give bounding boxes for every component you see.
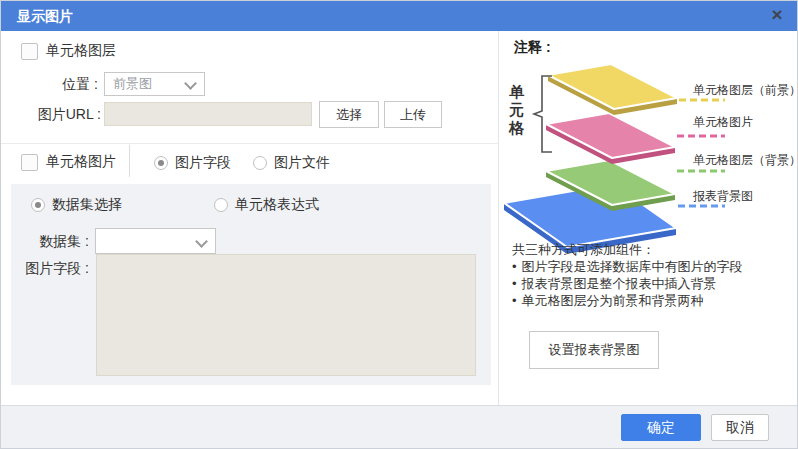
radio-image-file[interactable]: 图片文件 (253, 154, 330, 172)
position-label: 位置 : (1, 72, 98, 96)
vertical-divider (129, 145, 130, 177)
cell-bracket (534, 76, 552, 152)
horizontal-divider (1, 143, 498, 144)
radio-image-field-label: 图片字段 (175, 154, 231, 172)
layers-diagram: 单 元 格 单元格图层（前景） 单元格图片 单元格图层（背景） 报表背景图 (499, 53, 798, 253)
upload-button[interactable]: 上传 (384, 101, 442, 128)
image-field-label: 图片字段 : (11, 256, 89, 280)
position-select[interactable]: 前景图 (104, 72, 205, 96)
cell-image-label: 单元格图片 (46, 153, 116, 171)
cell-image-checkbox[interactable] (21, 154, 38, 171)
dialog-title: 显示图片 (17, 1, 73, 31)
bracket-char: 格 (508, 119, 525, 136)
image-field-textarea[interactable] (96, 254, 476, 376)
radio-dataset-select[interactable]: 数据集选择 (31, 196, 122, 214)
radio-image-field[interactable]: 图片字段 (154, 154, 231, 172)
layer-label-foreground: 单元格图层（前景） (693, 83, 798, 97)
dataset-label: 数据集 : (11, 228, 89, 254)
annotation-panel: 注释 : 单 元 格 单元格图层（前景） (499, 31, 798, 405)
dataset-select[interactable] (95, 228, 216, 254)
tip-item: • 报表背景图是整个报表中插入背景 (512, 275, 794, 292)
radio-cell-expression[interactable]: 单元格表达式 (214, 196, 319, 214)
radio-image-field-dot[interactable] (154, 156, 168, 170)
image-url-label: 图片URL : (1, 101, 101, 128)
close-icon[interactable]: × (763, 1, 791, 31)
cell-layer-checkbox-row: 单元格图层 (21, 42, 116, 60)
bullet-icon: • (512, 258, 517, 275)
display-image-dialog: 显示图片 × 单元格图层 位置 : 前景图 图片URL : 选择 上传 单元格图… (0, 0, 798, 449)
tip-item: • 单元格图层分为前景和背景两种 (512, 292, 794, 309)
layer-label-report-bg: 报表背景图 (692, 189, 753, 203)
set-report-background-button[interactable]: 设置报表背景图 (529, 331, 659, 369)
cell-image-checkbox-row: 单元格图片 (21, 153, 116, 171)
bracket-char: 元 (508, 101, 524, 118)
radio-cell-expression-dot[interactable] (214, 198, 228, 212)
select-button[interactable]: 选择 (319, 101, 379, 128)
cell-layer-label: 单元格图层 (46, 42, 116, 60)
cancel-button[interactable]: 取消 (711, 414, 769, 441)
titlebar: 显示图片 × (1, 1, 797, 31)
layer-label-image: 单元格图片 (693, 115, 753, 129)
bullet-icon: • (512, 292, 517, 309)
tip-text: 报表背景图是整个报表中插入背景 (522, 275, 717, 292)
cell-layer-checkbox[interactable] (21, 43, 38, 60)
radio-image-file-label: 图片文件 (274, 154, 330, 172)
radio-image-file-dot[interactable] (253, 156, 267, 170)
footer: 确定 取消 (1, 405, 798, 449)
bullet-icon: • (512, 275, 517, 292)
layer-label-background: 单元格图层（背景） (693, 153, 798, 167)
image-url-input[interactable] (104, 102, 312, 126)
tips-block: 共三种方式可添加组件： • 图片字段是选择数据库中有图片的字段 • 报表背景图是… (512, 241, 794, 309)
radio-cell-expression-label: 单元格表达式 (235, 196, 319, 214)
bracket-char: 单 (509, 83, 525, 100)
tip-item: • 图片字段是选择数据库中有图片的字段 (512, 258, 794, 275)
image-field-panel: 数据集选择 单元格表达式 数据集 : 图片字段 : (11, 184, 491, 385)
ok-button[interactable]: 确定 (621, 414, 701, 441)
tip-text: 图片字段是选择数据库中有图片的字段 (522, 258, 743, 275)
settings-panel: 单元格图层 位置 : 前景图 图片URL : 选择 上传 单元格图片 图片字段 … (1, 31, 499, 405)
tip-text: 单元格图层分为前景和背景两种 (522, 292, 704, 309)
tips-heading: 共三种方式可添加组件： (512, 241, 794, 258)
radio-dataset-label: 数据集选择 (52, 196, 122, 214)
radio-dataset-dot[interactable] (31, 198, 45, 212)
chevron-down-icon (195, 235, 208, 248)
